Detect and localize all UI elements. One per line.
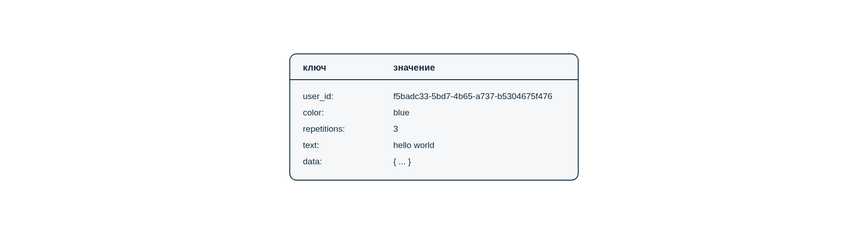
- table-body: user_id: f5badc33-5bd7-4b65-a737-b530467…: [290, 80, 578, 180]
- row-value: { ... }: [393, 157, 411, 166]
- header-key-label: ключ: [303, 62, 326, 72]
- row-key: text:: [303, 140, 319, 150]
- table-header: ключ значение: [290, 54, 578, 80]
- table-row: text: hello world: [303, 137, 565, 153]
- row-value: blue: [393, 108, 410, 117]
- table-row: data: { ... }: [303, 153, 565, 170]
- header-value-label: значение: [393, 62, 435, 72]
- table-row: repetitions: 3: [303, 121, 565, 137]
- row-key: repetitions:: [303, 124, 345, 134]
- kv-table-card: ключ значение user_id: f5badc33-5bd7-4b6…: [289, 53, 579, 181]
- row-key: user_id:: [303, 91, 334, 101]
- row-value: hello world: [393, 140, 434, 150]
- row-value: 3: [393, 124, 398, 134]
- table-row: color: blue: [303, 105, 565, 121]
- row-value: f5badc33-5bd7-4b65-a737-b5304675f476: [393, 91, 552, 101]
- table-row: user_id: f5badc33-5bd7-4b65-a737-b530467…: [303, 88, 565, 105]
- row-key: color:: [303, 108, 324, 117]
- row-key: data:: [303, 157, 322, 166]
